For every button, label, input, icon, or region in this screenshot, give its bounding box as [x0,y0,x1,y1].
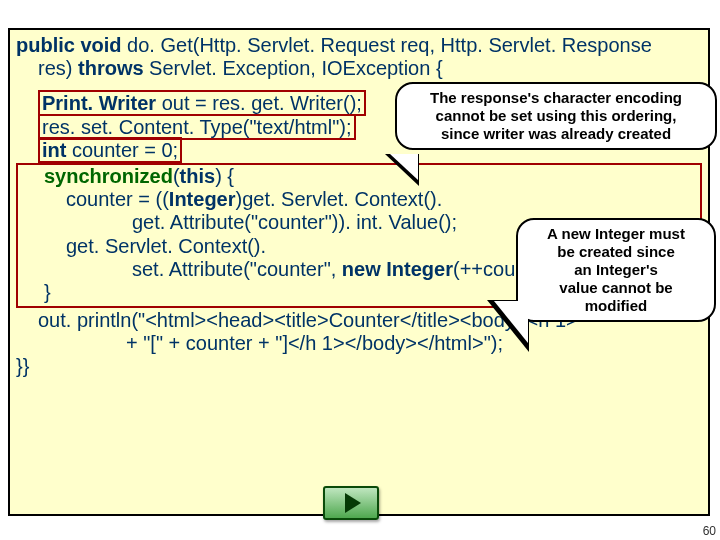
code-line-13: + "[" + counter + "]</h 1></body></html>… [16,332,702,355]
kw-throws: throws [78,57,144,79]
page-number: 60 [703,524,716,538]
callout-integer: A new Integer must be created since an I… [516,218,716,322]
callout-text: since writer was already created [405,125,707,143]
play-icon [345,493,361,513]
type-printwriter: Print. Writer [42,92,156,114]
code-line-2: res) throws Servlet. Exception, IOExcept… [16,57,702,80]
callout-tail [390,154,418,180]
callout-text: modified [526,297,706,315]
code-line-1: public void do. Get(Http. Servlet. Reque… [16,34,702,57]
type-integer: Integer [169,188,236,210]
callout-text: an Integer's [526,261,706,279]
play-button[interactable] [323,486,379,520]
kw-this: this [180,165,216,187]
callout-tail [494,301,528,343]
callout-text: value cannot be [526,279,706,297]
callout-encoding: The response's character encoding cannot… [395,82,717,150]
callout-text: be created since [526,243,706,261]
code-line-14: }} [16,355,702,378]
callout-text: cannot be set using this ordering, [405,107,707,125]
callout-text: A new Integer must [526,225,706,243]
kw-new-integer: new Integer [342,258,453,280]
kw-public-void: public void [16,34,122,56]
kw-int: int [42,139,66,161]
callout-text: The response's character encoding [405,89,707,107]
code-line-7: counter = ((Integer)get. Servlet. Contex… [22,188,696,211]
code-line-6: synchronized(this) { [22,165,696,188]
kw-synchronized: synchronized [44,165,173,187]
